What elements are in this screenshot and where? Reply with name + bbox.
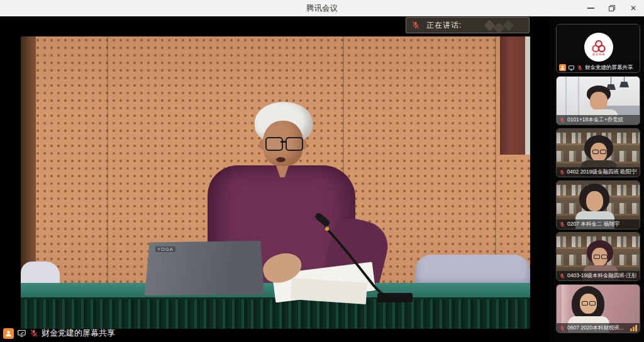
participant-tile[interactable]: 0607 2020本科财税班... <box>556 284 640 333</box>
participant-label: 0607 2020本科财税班... <box>557 323 640 333</box>
muted-mic-icon <box>577 65 583 71</box>
participant-name: 0403-19级本科金融四班-汪彤 <box>567 272 637 280</box>
presenter-icon <box>3 328 14 339</box>
muted-mic-icon <box>559 221 565 228</box>
gooseneck-microphone <box>307 186 417 302</box>
organization-logo: 财金党建 <box>584 33 613 62</box>
wall-seam <box>495 36 496 283</box>
maroon-panel <box>500 36 525 155</box>
network-signal-icon <box>630 324 638 331</box>
wood-pillar <box>21 36 36 283</box>
share-source-bar: 财金党建的屏幕共享 <box>3 326 115 340</box>
participant-tile[interactable]: 0403-19级本科金融四班-汪彤 <box>556 232 640 281</box>
muted-mic-icon <box>559 169 565 175</box>
presenter-icon <box>559 64 566 71</box>
participant-name: 0101+18本金工+乔竞炫 <box>567 116 623 124</box>
window-title: 腾讯会议 <box>0 0 644 16</box>
participant-tile-share[interactable]: 财金党建 财金党建的屏幕共 <box>556 24 640 73</box>
meeting-watermark-icon <box>486 21 513 32</box>
speaker-mouth <box>276 157 286 162</box>
minimize-button[interactable] <box>580 0 601 16</box>
glasses-bridge <box>280 141 286 143</box>
participant-label: 0207 本科金二 杨翔宇 <box>557 219 640 229</box>
wall-seam <box>107 36 108 283</box>
close-button[interactable]: ✕ <box>623 0 644 16</box>
participants-sidebar[interactable]: 财金党建 财金党建的屏幕共 <box>550 16 644 342</box>
curtain-strip <box>525 36 530 155</box>
logo-caption: 财金党建 <box>592 53 605 56</box>
speaking-label: 正在讲话: <box>426 20 462 31</box>
speaker-glasses <box>265 137 301 150</box>
laptop: YOGA <box>145 241 264 295</box>
participant-label: 财金党建的屏幕共享 <box>557 63 640 72</box>
muted-mic-icon <box>30 329 38 338</box>
participant-tile[interactable]: 0207 本科金二 杨翔宇 <box>556 180 640 229</box>
participant-label: 0101+18本金工+乔竞炫 <box>557 115 640 124</box>
participant-name: 0402 2019级金融四班 欧阳宁瑶 <box>567 168 637 176</box>
title-bar: 腾讯会议 ✕ <box>0 0 644 17</box>
maximize-button[interactable] <box>601 0 623 16</box>
share-source-label: 财金党建的屏幕共享 <box>42 328 115 339</box>
participant-name: 0607 2020本科财税班... <box>567 324 624 332</box>
muted-mic-icon <box>559 273 565 279</box>
muted-mic-icon <box>411 21 420 30</box>
window-controls: ✕ <box>580 0 644 16</box>
muted-mic-icon <box>559 325 565 331</box>
glasses-lens <box>286 137 303 151</box>
main-video-stage[interactable]: YOGA <box>21 36 530 329</box>
meeting-window: 腾讯会议 ✕ <box>0 0 644 342</box>
speaking-banner: 正在讲话: <box>406 17 530 33</box>
restore-icon <box>608 4 616 12</box>
glasses-lens <box>265 137 283 151</box>
screen-share-icon <box>568 65 575 71</box>
minimize-icon <box>587 8 594 9</box>
participant-label: 0402 2019级金融四班 欧阳宁瑶 <box>557 167 640 177</box>
muted-mic-icon <box>559 117 565 123</box>
screen-share-icon <box>17 329 26 338</box>
close-icon: ✕ <box>630 4 636 12</box>
participant-name: 0207 本科金二 杨翔宇 <box>567 221 619 228</box>
participant-name: 财金党建的屏幕共享 <box>585 64 633 72</box>
laptop-brand-label: YOGA <box>155 246 175 252</box>
participant-tile[interactable]: 0101+18本金工+乔竞炫 <box>556 76 640 125</box>
meeting-content: YOGA 正在讲话: <box>0 16 644 342</box>
participant-tile[interactable]: 0402 2019级金融四班 欧阳宁瑶 <box>556 128 640 177</box>
participant-label: 0403-19级本科金融四班-汪彤 <box>557 271 640 280</box>
